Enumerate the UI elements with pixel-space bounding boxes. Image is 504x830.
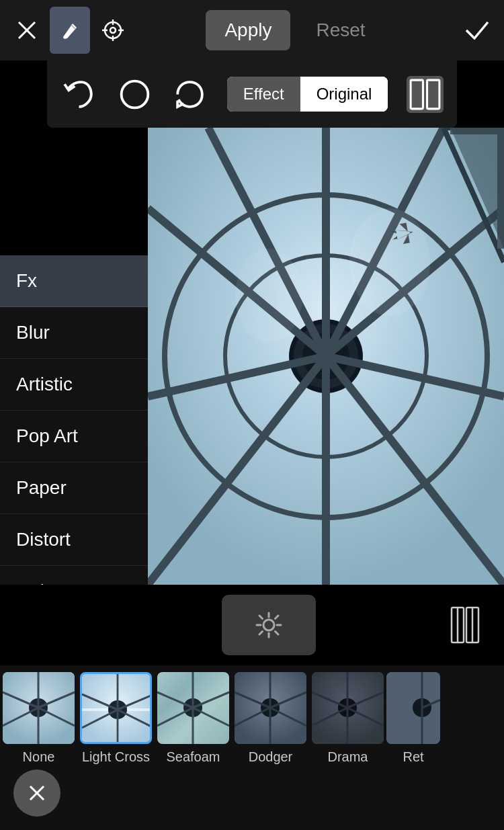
svg-point-40 <box>235 249 302 343</box>
filter-item-none[interactable]: None <box>0 672 77 765</box>
settings-button[interactable] <box>222 595 316 655</box>
undo-button[interactable] <box>60 76 97 113</box>
circle-button[interactable] <box>116 76 153 113</box>
effect-original-toggle: Effect Original <box>227 77 388 112</box>
svg-point-10 <box>121 81 148 108</box>
close-filter-button[interactable] <box>13 770 60 817</box>
svg-rect-12 <box>427 80 439 109</box>
filter-label-light-cross: Light Cross <box>82 749 150 765</box>
brush-tab[interactable] <box>50 7 90 54</box>
toolbar-actions: Apply Reset <box>206 10 384 50</box>
sidebar-item-blur[interactable]: Blur <box>0 307 148 359</box>
svg-point-4 <box>110 28 116 33</box>
filter-item-light-cross[interactable]: Light Cross <box>77 672 155 765</box>
filter-item-dodger[interactable]: Dodger <box>232 672 309 765</box>
sidebar-item-fx[interactable]: Fx <box>0 255 148 307</box>
filter-item-seafoam[interactable]: Seafoam <box>155 672 232 765</box>
effect-toggle-btn[interactable]: Effect <box>227 77 300 112</box>
filter-thumb-none <box>3 672 75 744</box>
filter-item-drama[interactable]: Drama <box>309 672 386 765</box>
filter-thumb-light-cross <box>80 672 152 744</box>
sidebar-item-distort[interactable]: Distort <box>0 514 148 566</box>
original-toggle-btn[interactable]: Original <box>300 77 388 112</box>
svg-point-41 <box>263 620 274 630</box>
close-button[interactable] <box>7 7 47 54</box>
bottom-control-area <box>0 585 504 665</box>
apply-button[interactable]: Apply <box>206 10 290 50</box>
top-toolbar: Apply Reset <box>0 0 504 60</box>
filter-label-none: None <box>23 749 55 765</box>
sidebar-item-colors[interactable]: Colors <box>0 566 148 585</box>
filter-label-ret: Ret <box>403 749 423 765</box>
filter-thumb-drama <box>312 672 384 744</box>
sidebar-item-pop-art[interactable]: Pop Art <box>0 411 148 462</box>
filter-label-dodger: Dodger <box>249 749 293 765</box>
svg-point-39 <box>349 208 430 316</box>
toolbar-left <box>7 7 133 54</box>
filter-item-ret[interactable]: Ret <box>386 672 440 765</box>
compare-button[interactable] <box>407 76 444 113</box>
filter-thumb-dodger <box>235 672 306 744</box>
compare-panel-button[interactable] <box>444 601 491 649</box>
filter-label-drama: Drama <box>327 749 368 765</box>
confirm-button[interactable] <box>457 7 497 54</box>
sidebar: Fx Blur Artistic Pop Art Paper Distort C… <box>0 255 148 585</box>
secondary-toolbar: Effect Original <box>47 60 457 128</box>
filter-thumb-seafoam <box>157 672 229 744</box>
sidebar-item-artistic[interactable]: Artistic <box>0 359 148 411</box>
svg-rect-11 <box>411 80 423 109</box>
image-area: Fx Blur Artistic Pop Art Paper Distort C… <box>0 128 504 585</box>
target-tab[interactable] <box>93 7 133 54</box>
refresh-button[interactable] <box>171 76 208 113</box>
sidebar-item-paper[interactable]: Paper <box>0 462 148 514</box>
filter-strip: None <box>0 665 504 830</box>
dome-image <box>148 128 504 585</box>
filter-label-seafoam: Seafoam <box>166 749 220 765</box>
reset-button[interactable]: Reset <box>297 10 384 50</box>
filter-thumb-ret <box>386 672 440 744</box>
image-canvas <box>148 128 504 585</box>
